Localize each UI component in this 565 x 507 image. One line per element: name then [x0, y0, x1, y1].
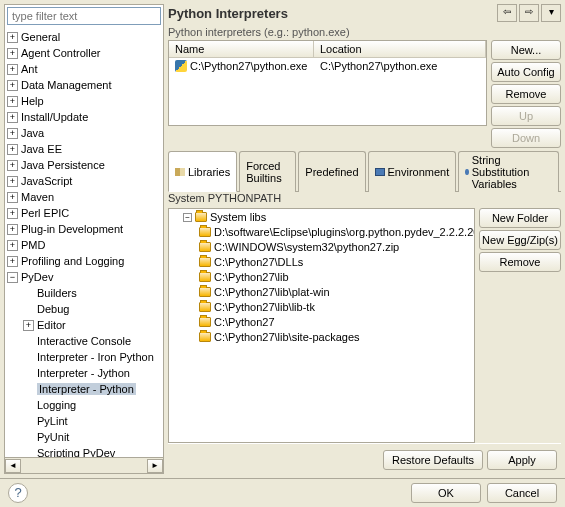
tree-item[interactable]: Interpreter - Python	[7, 381, 161, 397]
tree-item[interactable]: +Maven	[7, 189, 161, 205]
library-item[interactable]: C:\Python27	[183, 314, 472, 329]
apply-button[interactable]: Apply	[487, 450, 557, 470]
help-icon[interactable]: ?	[8, 483, 28, 503]
new-folder-button[interactable]: New Folder	[479, 208, 561, 228]
library-item[interactable]: C:\Python27\DLLs	[183, 254, 472, 269]
expand-icon[interactable]: +	[7, 256, 18, 267]
folder-icon	[199, 257, 211, 267]
tree-item[interactable]: Interpreter - Jython	[7, 365, 161, 381]
tree-item[interactable]: +General	[7, 29, 161, 45]
expand-icon[interactable]: +	[7, 224, 18, 235]
expand-icon[interactable]: +	[7, 112, 18, 123]
tree-item[interactable]: +PMD	[7, 237, 161, 253]
tree-item[interactable]: PyUnit	[7, 429, 161, 445]
tree-item[interactable]: +Editor	[7, 317, 161, 333]
restore-defaults-button[interactable]: Restore Defaults	[383, 450, 483, 470]
tab-libraries[interactable]: Libraries	[168, 151, 237, 192]
expand-icon[interactable]: +	[7, 160, 18, 171]
tree-item[interactable]: Interpreter - Iron Python	[7, 349, 161, 365]
filter-input[interactable]	[7, 7, 161, 25]
interpreters-table[interactable]: Name Location C:\Python27\python.exe C:\…	[168, 40, 487, 126]
tree-item[interactable]: +Java Persistence	[7, 157, 161, 173]
dot-icon	[465, 169, 469, 175]
ok-button[interactable]: OK	[411, 483, 481, 503]
tab-environment[interactable]: Environment	[368, 151, 457, 192]
tree-item[interactable]: +Plug-in Development	[7, 221, 161, 237]
library-item[interactable]: D:\software\Eclipse\plugins\org.python.p…	[183, 224, 472, 239]
tree-item-label: Java	[21, 127, 44, 139]
tree-item[interactable]: −PyDev	[7, 269, 161, 285]
tree-item[interactable]: PyLint	[7, 413, 161, 429]
expand-icon[interactable]: +	[7, 208, 18, 219]
tree-item[interactable]: Logging	[7, 397, 161, 413]
tree-item-label: Ant	[21, 63, 38, 75]
expand-icon[interactable]: +	[7, 80, 18, 91]
nav-menu-icon[interactable]: ▾	[541, 4, 561, 22]
tree-item[interactable]: Debug	[7, 301, 161, 317]
python-icon	[175, 60, 187, 72]
collapse-icon[interactable]: −	[7, 272, 18, 283]
tree-item[interactable]: +Ant	[7, 61, 161, 77]
tree-item[interactable]: +Help	[7, 93, 161, 109]
nav-back-icon[interactable]: ⇦	[497, 4, 517, 22]
new-button[interactable]: New...	[491, 40, 561, 60]
tab-predefined[interactable]: Predefined	[298, 151, 365, 192]
tree-item[interactable]: +Install/Update	[7, 109, 161, 125]
library-item[interactable]: C:\Python27\lib\lib-tk	[183, 299, 472, 314]
tab-string-substitution[interactable]: String Substitution Variables	[458, 151, 559, 192]
libraries-list[interactable]: − System libs D:\software\Eclipse\plugin…	[168, 208, 475, 443]
table-header: Name Location	[169, 41, 486, 58]
remove-button[interactable]: Remove	[491, 84, 561, 104]
folder-icon	[199, 287, 211, 297]
col-name[interactable]: Name	[169, 41, 314, 57]
system-libs-node[interactable]: − System libs	[183, 211, 472, 223]
expand-icon[interactable]: +	[7, 128, 18, 139]
tree-item[interactable]: +Java EE	[7, 141, 161, 157]
tree-item[interactable]: +JavaScript	[7, 173, 161, 189]
preferences-sidebar: +General+Agent Controller+Ant+Data Manag…	[4, 4, 164, 474]
col-location[interactable]: Location	[314, 41, 486, 57]
tree-item[interactable]: +Data Management	[7, 77, 161, 93]
tree-item-label: Interpreter - Python	[37, 383, 136, 395]
expand-icon[interactable]: +	[7, 240, 18, 251]
tree-item[interactable]: +Perl EPIC	[7, 205, 161, 221]
tree-item[interactable]: +Profiling and Logging	[7, 253, 161, 269]
expand-icon[interactable]: +	[7, 32, 18, 43]
tree-item[interactable]: +Agent Controller	[7, 45, 161, 61]
expand-icon[interactable]: +	[7, 176, 18, 187]
expand-icon[interactable]: +	[7, 48, 18, 59]
library-item[interactable]: C:\WINDOWS\system32\python27.zip	[183, 239, 472, 254]
tree-item-label: Plug-in Development	[21, 223, 123, 235]
tree-item-label: Builders	[37, 287, 77, 299]
cancel-button[interactable]: Cancel	[487, 483, 557, 503]
tree-item[interactable]: Interactive Console	[7, 333, 161, 349]
expand-icon[interactable]: +	[7, 192, 18, 203]
tree-item[interactable]: +Java	[7, 125, 161, 141]
expand-icon[interactable]: +	[7, 64, 18, 75]
auto-config-button[interactable]: Auto Config	[491, 62, 561, 82]
library-item[interactable]: C:\Python27\lib	[183, 269, 472, 284]
tree-item[interactable]: Scripting PyDev	[7, 445, 161, 457]
new-egg-zip-button[interactable]: New Egg/Zip(s)	[479, 230, 561, 250]
tree-item-label: Agent Controller	[21, 47, 101, 59]
expand-icon[interactable]: +	[23, 320, 34, 331]
collapse-icon[interactable]: −	[183, 213, 192, 222]
tree-item-label: JavaScript	[21, 175, 72, 187]
tab-forced-builtins[interactable]: Forced Builtins	[239, 151, 296, 192]
tree-item-label: Maven	[21, 191, 54, 203]
library-item[interactable]: C:\Python27\lib\site-packages	[183, 329, 472, 344]
table-row[interactable]: C:\Python27\python.exe C:\Python27\pytho…	[169, 58, 486, 74]
scroll-left-icon[interactable]: ◄	[5, 459, 21, 473]
expand-icon[interactable]: +	[7, 144, 18, 155]
remove-lib-button[interactable]: Remove	[479, 252, 561, 272]
tree-item-label: Profiling and Logging	[21, 255, 124, 267]
nav-forward-icon[interactable]: ⇨	[519, 4, 539, 22]
horizontal-scrollbar[interactable]: ◄ ►	[5, 457, 163, 473]
tree-item-label: Java Persistence	[21, 159, 105, 171]
scroll-right-icon[interactable]: ►	[147, 459, 163, 473]
interpreters-hint: Python interpreters (e.g.: python.exe)	[168, 26, 561, 38]
preferences-tree[interactable]: +General+Agent Controller+Ant+Data Manag…	[5, 27, 163, 457]
library-item[interactable]: C:\Python27\lib\plat-win	[183, 284, 472, 299]
expand-icon[interactable]: +	[7, 96, 18, 107]
tree-item[interactable]: Builders	[7, 285, 161, 301]
